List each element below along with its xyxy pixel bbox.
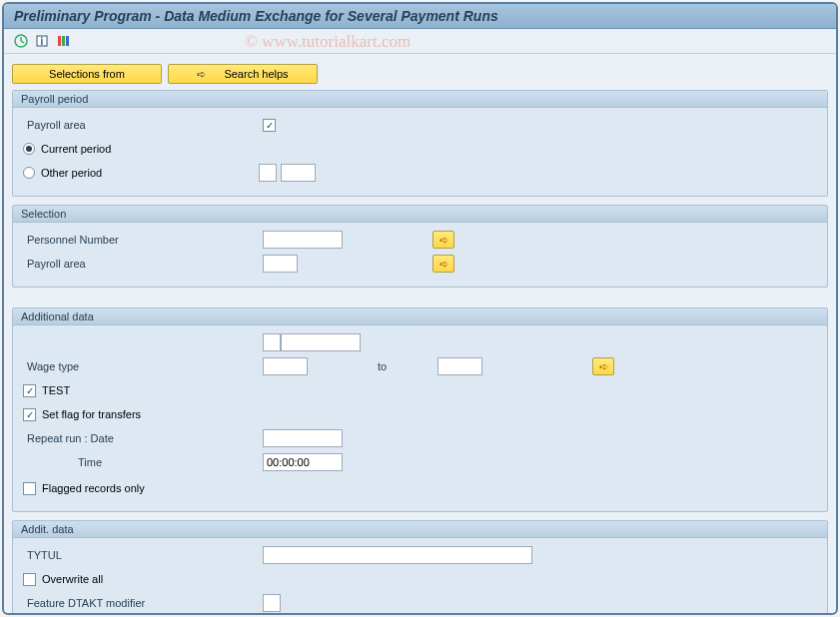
button-row: Selections from ➪Search helps (12, 64, 828, 84)
repeat-run-label: Repeat run : Date (23, 432, 263, 444)
payroll-area-label: Payroll area (23, 119, 263, 131)
group-payroll-period-title: Payroll period (13, 91, 827, 108)
group-selection-title: Selection (13, 206, 827, 223)
page-title: Preliminary Program - Data Medium Exchan… (14, 8, 498, 24)
flagged-only-label: Flagged records only (42, 482, 145, 494)
sel-payroll-area-label: Payroll area (23, 258, 263, 270)
search-helps-label: Search helps (224, 68, 288, 80)
execute-icon[interactable] (12, 32, 30, 50)
time-label: Time (23, 456, 263, 468)
app-toolbar: i (4, 29, 836, 54)
group-addit-title: Addit. data (13, 521, 827, 538)
selections-from-button[interactable]: Selections from (12, 64, 162, 84)
wage-type-from-input[interactable] (263, 357, 308, 375)
tytul-label: TYTUL (23, 549, 263, 561)
svg-line-2 (21, 41, 24, 43)
search-helps-button[interactable]: ➪Search helps (168, 64, 318, 84)
feature-input[interactable] (263, 594, 281, 612)
group-additional-title: Additional data (13, 308, 827, 325)
radio-current-period[interactable] (23, 143, 35, 155)
overwrite-all-checkbox[interactable] (23, 573, 36, 586)
feature-label: Feature DTAKT modifier (23, 597, 263, 609)
group-selection: Selection Personnel Number ➪ Payroll are… (12, 205, 828, 288)
other-period-label: Other period (41, 167, 259, 179)
flagged-only-checkbox[interactable] (23, 482, 36, 495)
arrow-right-icon: ➪ (197, 68, 206, 81)
radio-other-period[interactable] (23, 167, 35, 179)
sel-payroll-area-multi-button[interactable]: ➪ (432, 255, 454, 273)
set-flag-label: Set flag for transfers (42, 408, 141, 420)
additional-tiny2-input[interactable] (281, 333, 361, 351)
svg-rect-6 (62, 36, 65, 46)
test-checkbox[interactable]: ✓ (23, 384, 36, 397)
svg-rect-7 (66, 36, 69, 46)
test-label: TEST (42, 384, 70, 396)
tytul-input[interactable] (263, 546, 532, 564)
group-additional-data: Additional data Wage type to ➪ ✓ TEST (12, 308, 828, 512)
svg-rect-5 (58, 36, 61, 46)
titlebar: Preliminary Program - Data Medium Exchan… (4, 4, 836, 29)
other-period-from-input[interactable] (259, 164, 277, 182)
info-icon[interactable]: i (33, 32, 51, 50)
svg-text:i: i (41, 36, 44, 47)
selections-from-label: Selections from (49, 68, 125, 80)
set-flag-checkbox[interactable]: ✓ (23, 408, 36, 421)
current-period-label: Current period (41, 143, 111, 155)
personnel-number-label: Personnel Number (23, 234, 263, 246)
wage-type-to-input[interactable] (437, 357, 482, 375)
group-payroll-period: Payroll period Payroll area ✓ Current pe… (12, 90, 828, 197)
time-input[interactable] (263, 453, 343, 471)
wage-type-multi-button[interactable]: ➪ (592, 357, 614, 375)
payroll-area-checkbox[interactable]: ✓ (263, 119, 276, 132)
personnel-number-multi-button[interactable]: ➪ (432, 231, 454, 249)
to-label: to (378, 360, 437, 372)
repeat-run-date-input[interactable] (263, 429, 343, 447)
other-period-to-input[interactable] (281, 164, 316, 182)
variant-icon[interactable] (54, 32, 72, 50)
overwrite-all-label: Overwrite all (42, 573, 103, 585)
sel-payroll-area-input[interactable] (263, 255, 298, 273)
personnel-number-input[interactable] (263, 231, 343, 249)
wage-type-label: Wage type (23, 360, 263, 372)
additional-tiny1-input[interactable] (263, 333, 281, 351)
group-addit-data: Addit. data TYTUL Overwrite all Feature … (12, 520, 828, 615)
